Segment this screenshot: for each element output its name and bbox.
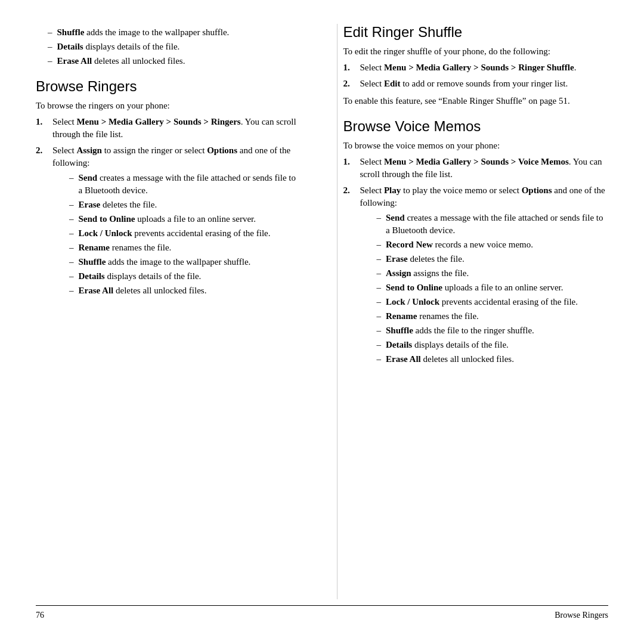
list-item: Record New records a new voice memo.	[377, 239, 609, 251]
browse-voice-memos-section: Browse Voice Memos To browse the voice m…	[343, 118, 609, 368]
step-1: Select Menu > Media Gallery > Sounds > R…	[36, 116, 301, 141]
list-item: Details displays details of the file.	[48, 41, 301, 53]
left-column: Shuffle adds the image to the wallpaper …	[36, 24, 313, 599]
list-item: Erase All deletes all unlocked files.	[69, 284, 301, 297]
right-column: Edit Ringer Shuffle To edit the ringer s…	[337, 24, 609, 599]
list-item: Shuffle adds the image to the wallpaper …	[48, 26, 301, 39]
list-item: Shuffle adds the image to the wallpaper …	[69, 256, 301, 268]
edit-ringer-shuffle-section: Edit Ringer Shuffle To edit the ringer s…	[343, 24, 609, 107]
list-item: Send to Online uploads a file to an onli…	[69, 213, 301, 225]
page-number: 76	[36, 611, 44, 620]
browse-voice-memos-steps: Select Menu > Media Gallery > Sounds > V…	[343, 156, 609, 368]
list-item: Details displays details of the file.	[377, 339, 609, 351]
footer-section-label: Browse Ringers	[555, 611, 608, 620]
list-item: Rename renames the file.	[377, 310, 609, 323]
list-item: Shuffle adds the file to the ringer shuf…	[377, 324, 609, 337]
list-item: Send to Online uploads a file to an onli…	[377, 281, 609, 294]
content-area: Shuffle adds the image to the wallpaper …	[36, 24, 608, 599]
page: Shuffle adds the image to the wallpaper …	[0, 0, 644, 644]
edit-ringer-shuffle-steps: Select Menu > Media Gallery > Sounds > R…	[343, 61, 609, 90]
browse-ringers-intro: To browse the ringers on your phone:	[36, 100, 301, 112]
list-item: Erase All deletes all unlocked files.	[377, 353, 609, 366]
browse-ringers-heading: Browse Ringers	[36, 78, 301, 95]
list-item: Send creates a message with the file att…	[377, 212, 609, 237]
edit-ringer-shuffle-note: To enable this feature, see “Enable Ring…	[343, 95, 609, 107]
step-2: Select Assign to assign the ringer or se…	[36, 144, 301, 299]
edit-ringer-shuffle-intro: To edit the ringer shuffle of your phone…	[343, 45, 609, 58]
browse-voice-memos-heading: Browse Voice Memos	[343, 118, 609, 135]
browse-ringers-steps: Select Menu > Media Gallery > Sounds > R…	[36, 116, 301, 299]
list-item: Lock / Unlock prevents accidental erasin…	[377, 296, 609, 308]
step-2: Select Play to play the voice memo or se…	[343, 184, 609, 368]
list-item: Lock / Unlock prevents accidental erasin…	[69, 227, 301, 240]
list-item: Erase All deletes all unlocked files.	[48, 55, 301, 67]
top-bullet-list: Shuffle adds the image to the wallpaper …	[36, 26, 301, 67]
step-1: Select Menu > Media Gallery > Sounds > V…	[343, 156, 609, 181]
browse-ringers-section: Browse Ringers To browse the ringers on …	[36, 78, 301, 299]
browse-voice-memos-intro: To browse the voice memos on your phone:	[343, 140, 609, 152]
list-item: Rename renames the file.	[69, 242, 301, 254]
step-2-subitems: Send creates a message with the file att…	[360, 212, 609, 366]
footer: 76 Browse Ringers	[36, 605, 608, 620]
edit-ringer-shuffle-heading: Edit Ringer Shuffle	[343, 24, 609, 41]
step-1: Select Menu > Media Gallery > Sounds > R…	[343, 61, 609, 74]
top-bullets: Shuffle adds the image to the wallpaper …	[36, 26, 301, 67]
step-2-subitems: Send creates a message with the file att…	[52, 172, 301, 297]
list-item: Details displays details of the file.	[69, 270, 301, 283]
list-item: Erase deletes the file.	[69, 199, 301, 211]
list-item: Send creates a message with the file att…	[69, 172, 301, 197]
list-item: Assign assigns the file.	[377, 267, 609, 280]
list-item: Erase deletes the file.	[377, 253, 609, 265]
step-2: Select Edit to add or remove sounds from…	[343, 78, 609, 90]
